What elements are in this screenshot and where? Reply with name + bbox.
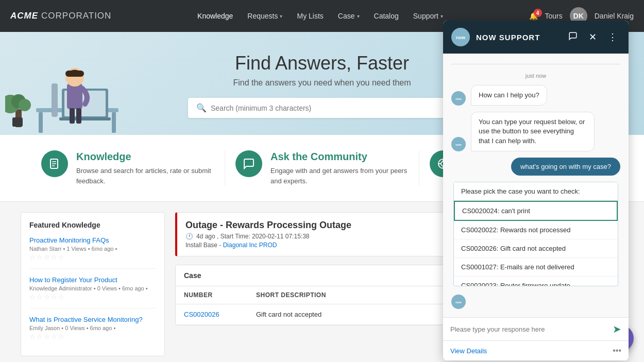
brand-acme: ACME xyxy=(10,11,38,21)
chevron-icon: ▾ xyxy=(280,13,282,19)
knowledge-title: Knowledge xyxy=(76,150,214,163)
nav-requests-label: Requests xyxy=(247,12,278,20)
notifications-badge: 4 xyxy=(534,9,542,17)
svg-rect-8 xyxy=(65,71,84,77)
case-option-2[interactable]: CS0020022: Rewards not processed xyxy=(454,221,618,239)
bot-avatar-2: now xyxy=(451,137,466,151)
chat-message-1: now How can I help you? xyxy=(451,85,620,106)
svg-point-15 xyxy=(19,99,31,111)
nav-knowledge[interactable]: Knowledge xyxy=(191,8,239,24)
nav-mylists[interactable]: My Lists xyxy=(291,8,329,24)
nav-case-label: Case xyxy=(338,12,355,20)
case-option-1[interactable]: CS0020024: can't print xyxy=(454,201,618,221)
bot-message-1-text: How can I help you? xyxy=(479,91,539,99)
nav-case[interactable]: Case ▾ xyxy=(332,8,366,24)
hero-illustration xyxy=(5,37,124,135)
svg-text:now: now xyxy=(456,35,466,40)
chat-header: now NOW SUPPORT ✕ ⋮ xyxy=(443,21,629,54)
case-option-5[interactable]: CS0020023: Router firmware update xyxy=(454,277,618,286)
user-action-row: what's going on with my case? xyxy=(451,158,620,176)
bot-bubble-2: You can type your request below, or use … xyxy=(471,112,595,151)
send-icon: ➤ xyxy=(613,323,621,335)
chevron-icon-case: ▾ xyxy=(357,13,360,19)
svg-rect-6 xyxy=(67,83,82,109)
chat-title: NOW SUPPORT xyxy=(476,33,559,42)
search-bar: 🔍 xyxy=(188,98,456,118)
item-meta-3: Emily Jason • 0 Views • 6mo ago • xyxy=(29,325,156,331)
knowledge-desc: Browse and search for articles, rate or … xyxy=(76,166,214,186)
chat-close-button[interactable]: ✕ xyxy=(586,30,600,44)
col-number: Number xyxy=(184,291,256,299)
list-item: How to Register Your Product Knowledge A… xyxy=(29,276,156,308)
chat-header-actions: ✕ ⋮ xyxy=(565,30,620,44)
community-content: Ask the Community Engage with and get an… xyxy=(270,150,409,186)
user-action-button[interactable]: what's going on with my case? xyxy=(511,158,620,176)
item-meta-1: Nathan Starr • 1 Views • 6mo ago • xyxy=(29,246,156,252)
chat-panel: now NOW SUPPORT ✕ ⋮ just now xyxy=(443,21,629,360)
list-item: What is Proactive Service Monitoring? Em… xyxy=(29,316,156,348)
nav-requests[interactable]: Requests ▾ xyxy=(241,8,289,24)
case-picker: Please pick the case you want to check: … xyxy=(453,182,618,286)
feature-knowledge[interactable]: Knowledge Browse and search for articles… xyxy=(31,150,225,186)
cases-title: Case xyxy=(184,271,201,280)
featured-item-link-2[interactable]: How to Register Your Product xyxy=(29,276,156,284)
bot-avatar-3: now xyxy=(451,295,466,309)
view-details-link[interactable]: View Details xyxy=(450,347,487,355)
nav-catalog[interactable]: Catalog xyxy=(368,8,405,24)
search-icon: 🔍 xyxy=(196,103,207,113)
search-input[interactable] xyxy=(211,104,448,112)
featured-item-link-1[interactable]: Proactive Monitoring FAQs xyxy=(29,236,156,244)
bot-bubble-1: How can I help you? xyxy=(471,85,547,106)
bot-message-2-text: You can type your request below, or use … xyxy=(479,118,585,144)
chat-body: just now now How can I help you? now xyxy=(443,54,629,317)
svg-rect-5 xyxy=(59,117,111,120)
nav-mylists-label: My Lists xyxy=(297,12,323,20)
more-options-icon[interactable]: ••• xyxy=(613,346,621,355)
svg-rect-16 xyxy=(12,117,23,127)
nav-support-label: Support xyxy=(413,12,438,20)
svg-rect-1 xyxy=(39,112,43,133)
sidebar: Featured Knowledge Proactive Monitoring … xyxy=(21,212,165,356)
bot-avatar-1: now xyxy=(451,91,466,106)
featured-knowledge-card: Featured Knowledge Proactive Monitoring … xyxy=(21,212,165,356)
svg-text:now: now xyxy=(455,301,462,304)
user-name[interactable]: Daniel Kraig xyxy=(595,12,634,20)
chevron-icon-support: ▾ xyxy=(440,13,443,19)
svg-rect-2 xyxy=(112,112,116,133)
chat-more-button[interactable]: ⋮ xyxy=(605,30,620,44)
outage-install-base-link[interactable]: Diagonal Inc PROD xyxy=(223,242,277,249)
chat-message-3: now xyxy=(451,295,620,309)
item-stars-3: ☆☆☆☆☆ xyxy=(29,333,156,340)
case-number-link[interactable]: CS0020026 xyxy=(184,311,256,318)
knowledge-content: Knowledge Browse and search for articles… xyxy=(76,150,214,186)
case-picker-label: Please pick the case you want to check: xyxy=(454,182,618,201)
nav-tours-label[interactable]: Tours xyxy=(545,12,563,20)
case-option-3[interactable]: CS0020026: Gift card not accepted xyxy=(454,239,618,258)
community-icon xyxy=(235,150,262,177)
svg-rect-10 xyxy=(70,108,75,124)
chat-divider xyxy=(451,64,620,64)
nav-catalog-label: Catalog xyxy=(374,12,399,20)
nav-knowledge-label: Knowledge xyxy=(197,12,233,20)
svg-rect-11 xyxy=(76,108,81,124)
case-option-4[interactable]: CS0001027: E-mails are not delivered xyxy=(454,258,618,277)
svg-text:now: now xyxy=(455,97,462,100)
notifications-button[interactable]: 🔔 4 xyxy=(529,12,538,20)
chat-view-details: View Details ••• xyxy=(443,340,629,360)
nav-support[interactable]: Support ▾ xyxy=(407,8,449,24)
chat-message-icon-button[interactable] xyxy=(565,30,581,44)
svg-rect-9 xyxy=(52,83,58,117)
chat-input[interactable] xyxy=(450,325,608,333)
list-item: Proactive Monitoring FAQs Nathan Starr •… xyxy=(29,236,156,269)
item-stars-1: ☆☆☆☆☆ xyxy=(29,253,156,261)
clock-icon: 🕐 xyxy=(185,233,193,240)
featured-item-link-3[interactable]: What is Proactive Service Monitoring? xyxy=(29,316,156,323)
send-button[interactable]: ➤ xyxy=(613,323,621,335)
outage-time: 4d ago , Start Time: 2020-02-11 07:15:38 xyxy=(196,233,309,240)
close-icon: ✕ xyxy=(589,32,597,42)
now-logo: now xyxy=(451,28,470,46)
brand-logo[interactable]: ACME CORPORATION xyxy=(10,11,111,21)
brand-corp: CORPORATION xyxy=(41,11,111,21)
chat-message-2: now You can type your request below, or … xyxy=(451,112,620,151)
feature-community[interactable]: Ask the Community Engage with and get an… xyxy=(225,150,419,186)
